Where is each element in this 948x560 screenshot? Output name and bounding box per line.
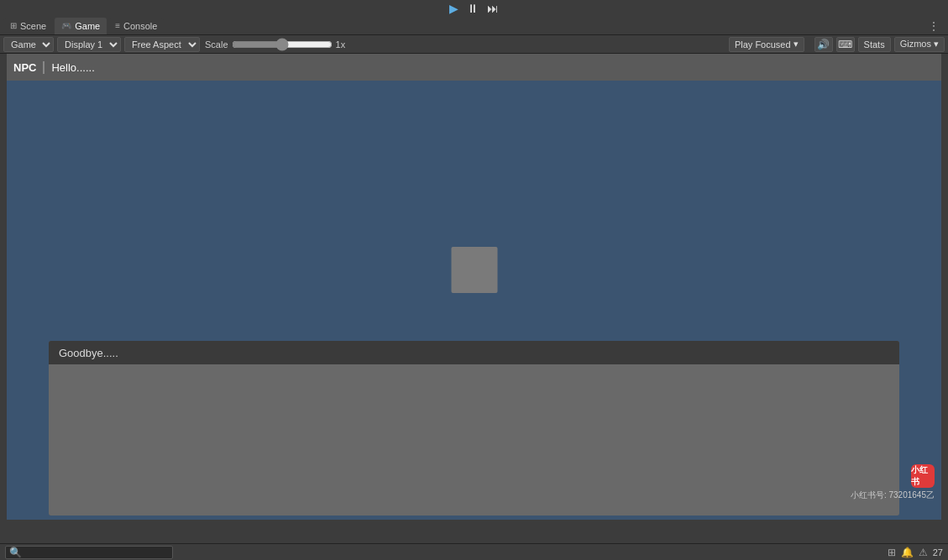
status-bell-icon[interactable]: 🔔: [901, 547, 914, 558]
play-focused-label: Play Focused: [735, 39, 791, 50]
game-dropdown[interactable]: Game: [3, 37, 54, 52]
keyboard-icon: ⌨: [838, 39, 852, 50]
status-warning-icon[interactable]: ⚠: [919, 547, 928, 558]
step-button[interactable]: ⏭: [484, 2, 501, 15]
tab-scene[interactable]: ⊞ Scene: [3, 18, 53, 34]
tabs-more-button[interactable]: ⋮: [923, 18, 945, 34]
character-sprite: [451, 247, 497, 293]
aspect-dropdown[interactable]: Free Aspect: [124, 37, 200, 52]
watermark-id: 小红书号: 73201645乙: [851, 489, 935, 501]
npc-dialogue-text: Hello......: [51, 61, 94, 74]
playback-bar: ▶ ⏸ ⏭: [0, 0, 948, 17]
toolbar: Game Display 1 Free Aspect Scale 1x Play…: [0, 35, 948, 54]
gizmos-button[interactable]: Gizmos ▾: [894, 37, 945, 52]
console-tab-icon: ≡: [115, 21, 120, 30]
status-count: 27: [933, 547, 943, 557]
scale-label: Scale: [205, 39, 228, 50]
dialogue-title-bar: Goodbye.....: [49, 341, 899, 364]
watermark: 小红书 小红书号: 73201645乙: [851, 464, 935, 501]
search-input[interactable]: [24, 547, 150, 557]
tab-bar: ⊞ Scene 🎮 Game ≡ Console ⋮: [0, 17, 948, 35]
search-box[interactable]: 🔍: [5, 546, 173, 559]
console-tab-label: Console: [123, 21, 157, 31]
gizmos-label: Gizmos: [900, 39, 931, 49]
game-viewport: NPC Hello...... Goodbye..... 小红书 小红书号: 7…: [7, 54, 941, 520]
scale-slider[interactable]: [232, 39, 333, 50]
gizmos-dropdown-icon: ▾: [934, 39, 939, 49]
dialogue-title: Goodbye.....: [59, 347, 118, 359]
tab-game[interactable]: 🎮 Game: [55, 18, 107, 34]
dialogue-content: [49, 364, 899, 516]
status-grid-icon[interactable]: ⊞: [888, 547, 896, 558]
audio-button[interactable]: 🔊: [814, 37, 833, 52]
dialogue-box: Goodbye.....: [49, 341, 899, 516]
scale-value: 1x: [336, 39, 353, 50]
status-icons: ⊞ 🔔 ⚠ 27: [888, 547, 943, 558]
play-button[interactable]: ▶: [447, 2, 461, 15]
play-focused-button[interactable]: Play Focused ▾: [729, 37, 804, 52]
game-tab-icon: 🎮: [61, 21, 71, 30]
audio-icon: 🔊: [817, 39, 830, 50]
display-dropdown[interactable]: Display 1: [57, 37, 121, 52]
stats-button[interactable]: Stats: [858, 37, 891, 52]
watermark-logo: 小红书: [911, 464, 935, 488]
pause-button[interactable]: ⏸: [464, 2, 481, 15]
keyboard-button[interactable]: ⌨: [836, 37, 855, 52]
scene-tab-label: Scene: [20, 21, 46, 31]
play-focused-dropdown-icon: ▾: [793, 39, 799, 50]
npc-header: NPC Hello......: [7, 54, 941, 81]
status-bar: 🔍 ⊞ 🔔 ⚠ 27: [0, 543, 948, 560]
scene-tab-icon: ⊞: [10, 21, 17, 30]
tab-console[interactable]: ≡ Console: [108, 18, 164, 34]
search-icon: 🔍: [9, 547, 22, 558]
toolbar-right: 🔊 ⌨ Stats Gizmos ▾: [814, 37, 945, 52]
npc-label: NPC: [13, 61, 45, 74]
game-tab-label: Game: [75, 21, 100, 31]
